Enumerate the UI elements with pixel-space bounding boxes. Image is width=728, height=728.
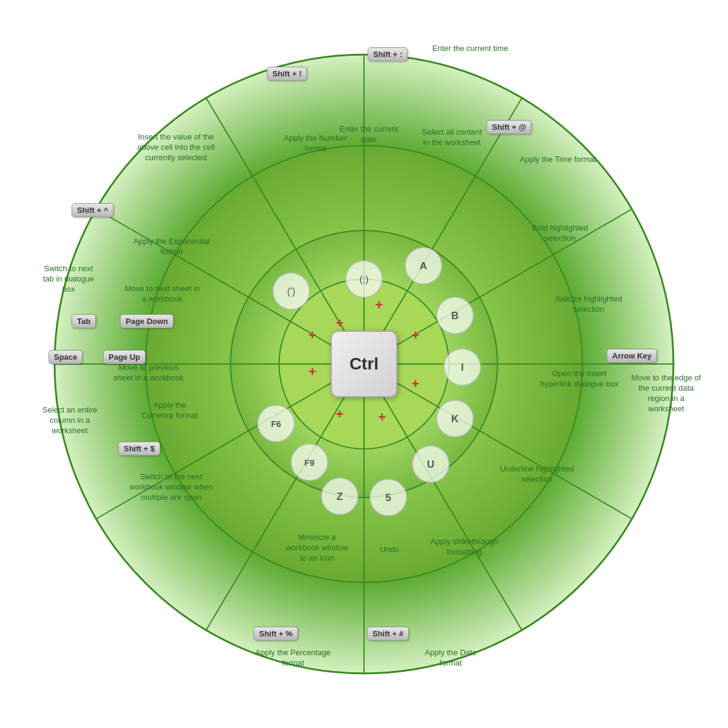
svg-text:Z: Z [337, 491, 343, 502]
label-switch-tab: Switch to next tab in dialogue box [41, 264, 96, 295]
svg-text:('): (') [287, 286, 295, 297]
label-italicize: Italicize highlighted selection [545, 294, 633, 315]
label-minimize: Minimize a workbook window to an icon [282, 533, 352, 564]
svg-text:+: + [309, 328, 317, 343]
label-bold: Bold highlighted selection [521, 223, 599, 244]
label-pct-format: Apply the Percentage format [254, 648, 332, 669]
key-shift-colon: Shift + : [368, 47, 408, 61]
key-shift-at: Shift + @ [487, 120, 531, 134]
key-shift-caret: Shift + ^ [72, 203, 113, 217]
svg-text:5: 5 [385, 492, 391, 504]
label-apply-number: Apply the Number format [282, 133, 349, 154]
label-edge-move: Move to the edge of the current data reg… [630, 373, 703, 414]
ctrl-key: Ctrl [331, 331, 397, 397]
svg-text:U: U [427, 459, 434, 470]
svg-text:I: I [461, 362, 464, 373]
label-select-col: Select an entire column in a worksheet [39, 405, 100, 436]
key-page-up: Page Up [103, 350, 146, 364]
svg-text:B: B [451, 310, 459, 322]
key-shift-dollar: Shift + $ [118, 442, 160, 456]
wheel-container: (;) (') A B I K U 5 Z F9 F6 + + [30, 30, 698, 698]
svg-text:A: A [420, 260, 427, 272]
key-arrow: Arrow Key [607, 349, 657, 363]
label-underline: Underline highlighted selection [497, 464, 576, 485]
key-shift-percent: Shift + % [254, 627, 298, 641]
label-undo: Undo [365, 545, 414, 555]
key-shift-excl: Shift + ! [267, 67, 307, 81]
key-space: Space [49, 350, 83, 364]
label-select-all: Select all content in the worksheet [419, 127, 485, 148]
key-tab: Tab [72, 314, 96, 328]
key-shift-hash: Shift + # [367, 627, 409, 641]
svg-text:K: K [451, 413, 459, 425]
label-hyperlink: Open the Insert hyperlink dialogue box [540, 369, 619, 389]
key-page-down: Page Down [120, 314, 174, 328]
label-next-workbook: Switch to the next workbook window when … [129, 472, 214, 503]
svg-text:+: + [336, 315, 344, 331]
label-enter-time: Enter the current time [428, 44, 513, 54]
label-strikethrough: Apply strikethrough formatting [423, 537, 505, 558]
svg-text:+: + [309, 364, 317, 379]
label-exp-format: Apply the Exponential format [132, 237, 211, 257]
label-date-format: Apply the Date format [417, 648, 484, 669]
svg-text:F6: F6 [271, 419, 281, 429]
label-prev-sheet: Move to previous sheet in a workbook [109, 363, 188, 383]
svg-text:(;): (;) [359, 274, 368, 285]
label-currency: Apply the Currency format [136, 400, 203, 421]
svg-text:+: + [336, 406, 344, 422]
label-apply-time: Apply the Time format [519, 155, 598, 165]
svg-text:F9: F9 [305, 458, 315, 468]
svg-text:+: + [412, 376, 420, 391]
svg-text:+: + [379, 410, 386, 425]
label-next-sheet: Move to next sheet in a workbook [124, 284, 200, 305]
label-insert-above: Insert the value of the above cell into … [133, 132, 218, 163]
svg-text:+: + [412, 328, 420, 343]
svg-text:+: + [376, 297, 383, 312]
